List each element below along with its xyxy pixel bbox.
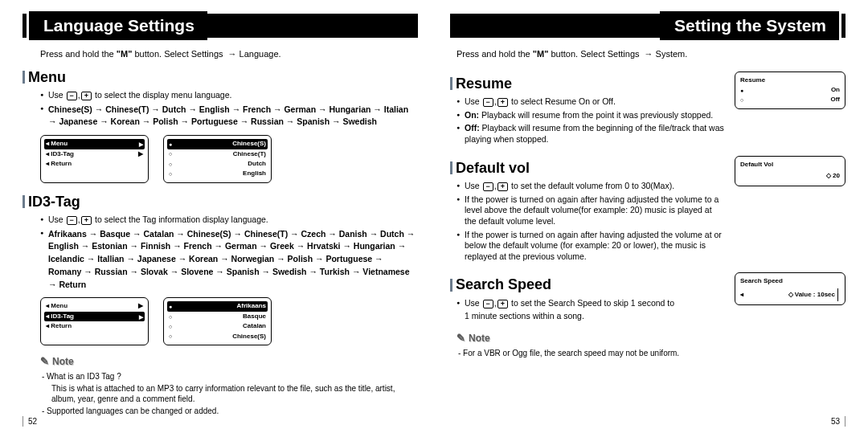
- device-screen: Chinese(S) Chinese(T) Dutch English: [163, 135, 272, 183]
- resume-use: Use −,+ to select Resume On or Off.: [457, 96, 725, 108]
- resume-off: Off: Playback will resume from the begin…: [457, 123, 725, 145]
- header-left: Language Settings: [23, 11, 418, 40]
- id3-screens: ◂ Menu▶ ◂ ID3-Tag ◂ Return Afrikaans Bas…: [40, 297, 418, 345]
- resume-on: On: Playback will resume from the point …: [457, 110, 725, 121]
- section-search-speed: Search Speed: [450, 276, 725, 294]
- device-screen: ◂ Menu ◂ ID3-Tag▶ ◂ Return: [40, 135, 149, 183]
- note-left: Note - What is an ID3 Tag ? This is what…: [40, 355, 418, 416]
- page-53: Setting the System Press and hold the "M…: [434, 0, 868, 433]
- device-screen-defvol: Default Vol ◇ 20: [735, 156, 845, 187]
- note-right: Note - For a VBR or Ogg file, the search…: [457, 332, 845, 358]
- intro-text: Press and hold the "M" button. Select Se…: [40, 48, 418, 59]
- section-menu: Menu: [23, 68, 418, 87]
- id3-lang-list: Afrikaans → Basque → Catalan → Chinese(S…: [40, 228, 418, 292]
- menu-screens: ◂ Menu ◂ ID3-Tag▶ ◂ Return Chinese(S) Ch…: [40, 135, 418, 183]
- device-screen-search: Search Speed ◇ Value : 10sec: [735, 272, 845, 304]
- section-resume: Resume: [450, 75, 725, 93]
- search-line2: 1 minute sections within a song.: [465, 311, 725, 322]
- page-52: Language Settings Press and hold the "M"…: [0, 0, 434, 433]
- page-title: Language Settings: [29, 11, 207, 40]
- intro-text: Press and hold the "M" button. Select Se…: [457, 48, 845, 59]
- device-screen: ◂ Menu▶ ◂ ID3-Tag ◂ Return: [40, 297, 149, 345]
- section-id3: ID3-Tag: [23, 193, 418, 211]
- defvol-below: If the power is turned on again after ha…: [457, 230, 725, 263]
- device-screen-resume: Resume On Off: [735, 71, 845, 109]
- page-title: Setting the System: [660, 11, 839, 40]
- header-right: Setting the System: [450, 11, 845, 40]
- menu-lang-list: Chinese(S) → Chinese(T) → Dutch → Englis…: [40, 104, 418, 129]
- section-default-vol: Default vol: [450, 159, 725, 178]
- search-use: Use −,+ to set the Search Speed to skip …: [457, 298, 725, 309]
- device-screen: Afrikaans Basque Catalan Chinese(S): [163, 297, 272, 345]
- page-number: 53: [831, 416, 845, 427]
- defvol-above: If the power is turned on again after ha…: [457, 194, 725, 227]
- id3-use: Use −,+ to select the Tag information di…: [40, 214, 418, 226]
- defvol-use: Use −,+ to set the default volume from 0…: [457, 181, 725, 192]
- page-number: 52: [23, 416, 37, 427]
- menu-use: Use −,+ to select the display menu langu…: [40, 90, 418, 101]
